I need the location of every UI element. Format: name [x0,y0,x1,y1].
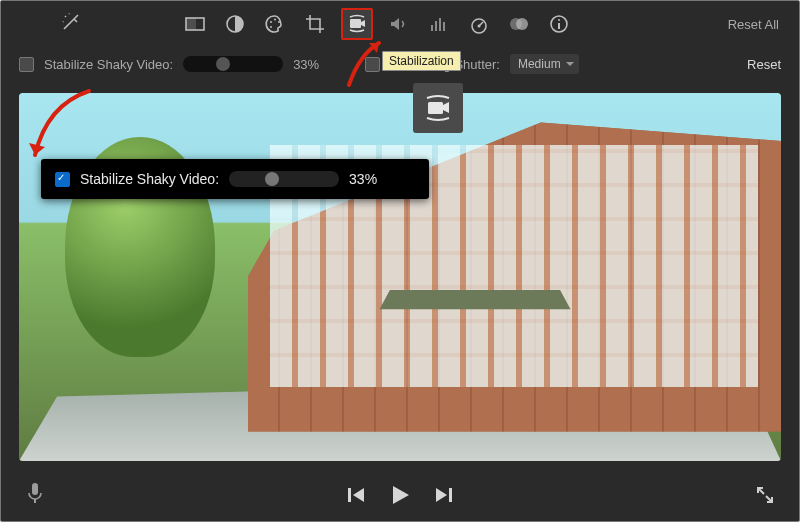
stabilize-checkbox-checked[interactable] [55,172,70,187]
audio-icon[interactable] [385,10,413,38]
speed-icon[interactable] [465,10,493,38]
palette-icon[interactable] [261,10,289,38]
reset-all-button[interactable]: Reset All [728,17,779,32]
svg-rect-10 [439,18,441,31]
playback-controls [1,473,799,521]
rolling-shutter-dropdown[interactable]: Medium [510,54,579,74]
crop-icon[interactable] [301,10,329,38]
reset-button[interactable]: Reset [747,57,781,72]
stabilize-popup-label: Stabilize Shaky Video: [80,171,219,187]
next-button[interactable] [434,485,454,509]
svg-rect-8 [431,25,433,31]
stabilize-value: 33% [293,57,327,72]
play-button[interactable] [388,483,412,511]
stabilize-popup-slider[interactable] [229,171,339,187]
toolbar: Reset All [1,1,799,47]
toolbar-left [1,11,141,37]
aspect-icon[interactable] [181,10,209,38]
overlay-icon[interactable] [505,10,533,38]
stabilize-slider[interactable] [183,56,283,72]
imovie-adjustments-panel: Reset All Stabilize Shaky Video: 33% Fix… [0,0,800,522]
rolling-shutter-checkbox[interactable] [365,57,380,72]
svg-point-15 [516,18,528,30]
stabilize-popup: Stabilize Shaky Video: 33% [41,159,429,199]
svg-rect-18 [558,23,560,29]
stabilization-icon-large [413,83,463,133]
svg-point-5 [278,21,280,23]
svg-rect-9 [435,21,437,31]
svg-rect-23 [449,488,452,502]
video-preview[interactable] [19,93,781,461]
svg-rect-22 [348,488,351,502]
svg-point-4 [274,19,276,21]
svg-point-6 [270,26,272,28]
stabilize-label: Stabilize Shaky Video: [44,57,173,72]
equalizer-icon[interactable] [425,10,453,38]
stabilize-checkbox[interactable] [19,57,34,72]
svg-rect-1 [186,18,196,30]
wand-icon[interactable] [60,11,82,37]
stabilization-tooltip: Stabilization [382,51,461,71]
stabilization-icon[interactable] [341,8,373,40]
svg-point-3 [270,21,272,23]
info-icon[interactable] [545,10,573,38]
svg-rect-19 [428,102,443,114]
svg-rect-7 [350,19,361,28]
stabilize-popup-value: 33% [349,171,383,187]
svg-rect-24 [32,483,38,495]
toolbar-icons [181,8,573,40]
svg-rect-11 [443,22,445,31]
fullscreen-icon[interactable] [755,485,775,509]
svg-rect-25 [34,499,36,503]
prev-button[interactable] [346,485,366,509]
microphone-icon[interactable] [25,481,45,509]
svg-point-13 [478,25,481,28]
svg-point-17 [558,19,560,21]
contrast-icon[interactable] [221,10,249,38]
